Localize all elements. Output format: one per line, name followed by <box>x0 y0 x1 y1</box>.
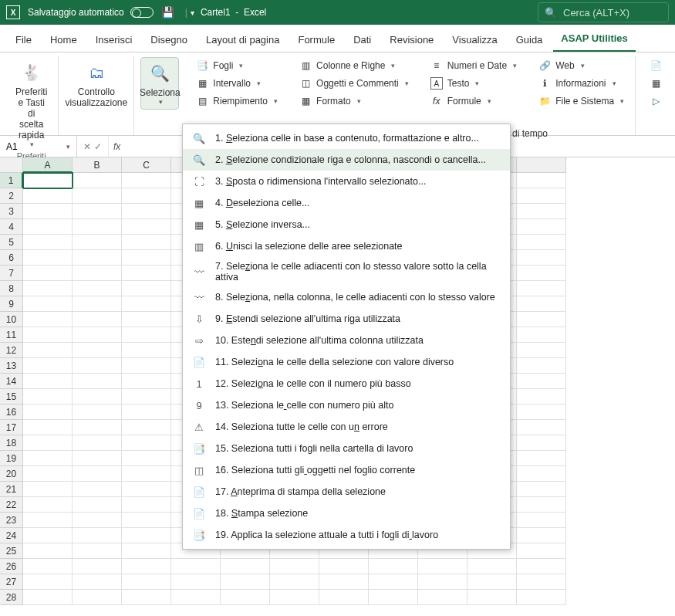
cell[interactable] <box>23 590 73 605</box>
tab-inserisci[interactable]: Inserisci <box>88 28 140 52</box>
cell[interactable] <box>73 343 122 358</box>
cell[interactable] <box>517 404 566 420</box>
tab-file[interactable]: File <box>8 28 39 52</box>
row-header[interactable]: 10 <box>0 312 23 327</box>
menu-item-14[interactable]: ⚠14. Seleziona tutte le celle con un err… <box>183 416 510 438</box>
cell[interactable] <box>517 574 566 590</box>
cell[interactable] <box>122 435 171 451</box>
cell[interactable] <box>23 482 73 497</box>
cell[interactable] <box>221 574 270 590</box>
cell[interactable] <box>73 188 122 204</box>
cell[interactable] <box>73 451 122 466</box>
column-header[interactable] <box>517 157 566 173</box>
cell[interactable] <box>517 559 566 574</box>
cell[interactable] <box>122 574 171 590</box>
cell[interactable] <box>517 266 566 281</box>
select-all-corner[interactable] <box>0 157 23 173</box>
cell[interactable] <box>23 266 73 281</box>
menu-item-1[interactable]: 🔍1. Seleziona celle in base a contenuto,… <box>183 127 510 149</box>
cell[interactable] <box>23 574 73 590</box>
controllo-visualizzazione-button[interactable]: 🗂 Controllo visualizzazione <box>65 57 127 111</box>
cell[interactable] <box>122 482 171 497</box>
cell[interactable] <box>23 528 73 543</box>
row-header[interactable]: 15 <box>0 389 23 404</box>
tab-home[interactable]: Home <box>42 28 85 52</box>
cell[interactable] <box>122 513 171 528</box>
cell[interactable] <box>122 404 171 420</box>
cell[interactable] <box>369 559 418 574</box>
cell[interactable] <box>319 574 369 590</box>
row-header[interactable]: 20 <box>0 466 23 482</box>
cell[interactable] <box>122 559 171 574</box>
oggetti-commenti-button[interactable]: ◫Oggetti e Commenti▾ <box>295 75 413 92</box>
cell[interactable] <box>122 466 171 482</box>
tab-visualizza[interactable]: Visualizza <box>444 28 505 52</box>
cell[interactable] <box>73 312 122 327</box>
cell[interactable] <box>122 358 171 374</box>
cell[interactable] <box>23 389 73 404</box>
row-header[interactable]: 1 <box>0 173 23 188</box>
cell[interactable] <box>122 296 171 312</box>
cell[interactable] <box>517 543 566 559</box>
cell[interactable] <box>517 374 566 389</box>
cell[interactable] <box>517 327 566 343</box>
cell[interactable] <box>122 250 171 266</box>
cell[interactable] <box>517 435 566 451</box>
cell[interactable] <box>23 296 73 312</box>
cell[interactable] <box>467 574 517 590</box>
row-header[interactable]: 13 <box>0 358 23 374</box>
column-header[interactable]: C <box>122 157 171 173</box>
cell[interactable] <box>122 188 171 204</box>
cell[interactable] <box>23 250 73 266</box>
row-header[interactable]: 6 <box>0 250 23 266</box>
cell[interactable] <box>23 497 73 513</box>
cell[interactable] <box>73 219 122 235</box>
cell[interactable] <box>23 404 73 420</box>
cell[interactable] <box>23 204 73 219</box>
cell[interactable] <box>73 497 122 513</box>
cell[interactable] <box>122 266 171 281</box>
file-sistema-button[interactable]: 📁File e Sistema▾ <box>534 93 629 110</box>
cell[interactable] <box>122 235 171 250</box>
cell[interactable] <box>418 590 467 605</box>
cell[interactable] <box>517 590 566 605</box>
cell[interactable] <box>122 219 171 235</box>
cell[interactable] <box>73 404 122 420</box>
cell[interactable] <box>23 219 73 235</box>
cell[interactable] <box>23 188 73 204</box>
informazioni-button[interactable]: ℹInformazioni▾ <box>534 75 629 92</box>
cell[interactable] <box>517 281 566 296</box>
cell[interactable] <box>517 312 566 327</box>
cell[interactable] <box>517 466 566 482</box>
row-header[interactable]: 27 <box>0 574 23 590</box>
cell[interactable] <box>171 590 221 605</box>
cell[interactable] <box>23 327 73 343</box>
cell[interactable] <box>23 559 73 574</box>
cell[interactable] <box>23 312 73 327</box>
cell[interactable] <box>23 358 73 374</box>
column-header[interactable]: B <box>73 157 122 173</box>
cell[interactable] <box>270 559 319 574</box>
preferiti-button[interactable]: 🐇 Preferiti e Tasti di scelta rapida ▾ <box>11 57 52 151</box>
accept-icon[interactable]: ✓ <box>94 141 102 152</box>
cell[interactable] <box>23 420 73 435</box>
cell[interactable] <box>23 235 73 250</box>
row-header[interactable]: 5 <box>0 235 23 250</box>
cell[interactable] <box>73 513 122 528</box>
cell[interactable] <box>517 497 566 513</box>
row-header[interactable]: 9 <box>0 296 23 312</box>
cell[interactable] <box>73 173 122 188</box>
menu-item-13[interactable]: 913. Seleziona le celle con numero più a… <box>183 394 510 416</box>
cell[interactable] <box>122 281 171 296</box>
row-header[interactable]: 28 <box>0 590 23 605</box>
cell[interactable] <box>122 173 171 188</box>
cell[interactable] <box>73 389 122 404</box>
testo-button[interactable]: ATesto▾ <box>426 75 521 92</box>
cell[interactable] <box>517 235 566 250</box>
cell[interactable] <box>517 420 566 435</box>
cell[interactable] <box>73 543 122 559</box>
cell[interactable] <box>73 482 122 497</box>
cell[interactable] <box>23 543 73 559</box>
cell[interactable] <box>73 559 122 574</box>
row-header[interactable]: 25 <box>0 543 23 559</box>
